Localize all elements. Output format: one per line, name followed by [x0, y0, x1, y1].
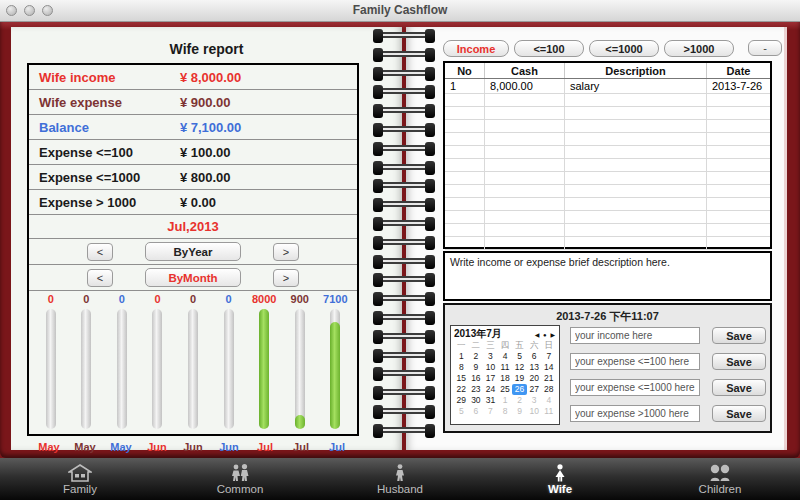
- calendar-day[interactable]: 13: [527, 362, 542, 373]
- spiral-staple: [374, 314, 434, 320]
- toolbar-item-husband[interactable]: Husband: [320, 458, 480, 500]
- chart-value-label: 0: [190, 293, 196, 308]
- income-input[interactable]: [570, 327, 700, 344]
- calendar-day[interactable]: 3: [483, 351, 498, 362]
- left-page: Wife report Wife income¥ 8,000.00Wife ex…: [11, 27, 402, 450]
- toolbar-item-wife[interactable]: Wife: [480, 458, 640, 500]
- calendar-day[interactable]: 10: [527, 406, 542, 417]
- calendar-day[interactable]: 28: [541, 384, 556, 395]
- man-icon: [392, 464, 408, 482]
- calendar-day[interactable]: 3: [527, 395, 542, 406]
- expense-1000-input[interactable]: [570, 379, 700, 396]
- toolbar-item-children[interactable]: Children: [640, 458, 800, 500]
- year-next-button[interactable]: >: [273, 243, 299, 261]
- report-row-label: Expense <=1000: [29, 170, 180, 185]
- description-box[interactable]: Write income or expense brief descriptio…: [443, 251, 772, 301]
- toolbar-item-family[interactable]: Family: [0, 458, 160, 500]
- year-prev-button[interactable]: <: [87, 243, 113, 261]
- calendar[interactable]: 2013年7月 ◀ ● ▶ 一二三四五六日1234567891011121314…: [450, 325, 560, 425]
- calendar-weekday: 日: [541, 340, 556, 351]
- table-row-empty[interactable]: [445, 211, 770, 224]
- calendar-day[interactable]: 7: [541, 351, 556, 362]
- filter-button-Income[interactable]: Income: [443, 40, 509, 57]
- table-row-empty[interactable]: [445, 159, 770, 172]
- calendar-day[interactable]: 5: [454, 406, 469, 417]
- calendar-day[interactable]: 2: [469, 351, 484, 362]
- calendar-day[interactable]: 4: [541, 395, 556, 406]
- calendar-day[interactable]: 8: [498, 406, 513, 417]
- spiral-staple: [374, 51, 434, 57]
- calendar-day[interactable]: 9: [512, 406, 527, 417]
- table-row-empty[interactable]: [445, 107, 770, 120]
- table-row-empty[interactable]: [445, 224, 770, 237]
- calendar-day[interactable]: 14: [541, 362, 556, 373]
- calendar-day[interactable]: 12: [512, 362, 527, 373]
- filter-button-1000[interactable]: <=1000: [589, 40, 659, 57]
- calendar-day[interactable]: 15: [454, 373, 469, 384]
- calendar-day[interactable]: 6: [527, 351, 542, 362]
- minus-button[interactable]: -: [748, 40, 782, 56]
- calendar-day[interactable]: 23: [469, 384, 484, 395]
- calendar-day[interactable]: 24: [483, 384, 498, 395]
- calendar-day[interactable]: 30: [469, 395, 484, 406]
- table-row-empty[interactable]: [445, 146, 770, 159]
- chart-bar-column: 0: [211, 293, 247, 430]
- calendar-day[interactable]: 29: [454, 395, 469, 406]
- toolbar-item-common[interactable]: Common: [160, 458, 320, 500]
- calendar-day[interactable]: 1: [498, 395, 513, 406]
- month-next-button[interactable]: >: [273, 269, 299, 287]
- calendar-day[interactable]: 25: [498, 384, 513, 395]
- by-year-button[interactable]: ByYear: [145, 242, 241, 261]
- calendar-day[interactable]: 17: [483, 373, 498, 384]
- spiral-staple: [374, 201, 434, 207]
- calendar-day[interactable]: 22: [454, 384, 469, 395]
- calendar-day[interactable]: 31: [483, 395, 498, 406]
- calendar-nav[interactable]: ◀ ● ▶: [535, 331, 556, 338]
- month-prev-button[interactable]: <: [87, 269, 113, 287]
- calendar-day[interactable]: 6: [469, 406, 484, 417]
- calendar-day[interactable]: 8: [454, 362, 469, 373]
- save-button[interactable]: Save: [712, 405, 766, 422]
- calendar-day[interactable]: 2: [512, 395, 527, 406]
- right-page: Income<=100<=1000>1000 - NoCashDescripti…: [406, 27, 787, 450]
- calendar-day[interactable]: 16: [469, 373, 484, 384]
- calendar-day[interactable]: 1: [454, 351, 469, 362]
- calendar-day[interactable]: 7: [483, 406, 498, 417]
- calendar-day[interactable]: 11: [498, 362, 513, 373]
- table-row-empty[interactable]: [445, 120, 770, 133]
- toolbar-item-label: Common: [217, 483, 264, 495]
- chart-month-label: Jul: [247, 441, 283, 453]
- spiral-staple: [374, 370, 434, 376]
- table-row-empty[interactable]: [445, 237, 770, 250]
- calendar-day[interactable]: 21: [541, 373, 556, 384]
- calendar-day[interactable]: 11: [541, 406, 556, 417]
- calendar-day[interactable]: 20: [527, 373, 542, 384]
- table-row[interactable]: 18,000.00salary2013-7-26: [445, 79, 770, 94]
- save-button[interactable]: Save: [712, 379, 766, 396]
- calendar-day[interactable]: 5: [512, 351, 527, 362]
- expense-gt1000-input[interactable]: [570, 405, 700, 422]
- window-title: Family Cashflow: [0, 3, 800, 17]
- house-icon: [68, 464, 92, 482]
- table-row-empty[interactable]: [445, 198, 770, 211]
- spiral-staple: [374, 107, 434, 113]
- chart-value-label: 8000: [252, 293, 276, 308]
- filter-button-1000[interactable]: >1000: [664, 40, 734, 57]
- expense-100-input[interactable]: [570, 353, 700, 370]
- filter-button-100[interactable]: <=100: [514, 40, 584, 57]
- table-row-empty[interactable]: [445, 172, 770, 185]
- bottom-toolbar: FamilyCommonHusbandWifeChildren: [0, 458, 800, 500]
- calendar-day[interactable]: 26: [512, 384, 527, 395]
- calendar-day[interactable]: 27: [527, 384, 542, 395]
- calendar-day[interactable]: 9: [469, 362, 484, 373]
- table-row-empty[interactable]: [445, 94, 770, 107]
- calendar-day[interactable]: 4: [498, 351, 513, 362]
- save-button[interactable]: Save: [712, 353, 766, 370]
- calendar-day[interactable]: 19: [512, 373, 527, 384]
- calendar-day[interactable]: 10: [483, 362, 498, 373]
- calendar-day[interactable]: 18: [498, 373, 513, 384]
- table-row-empty[interactable]: [445, 133, 770, 146]
- by-month-button[interactable]: ByMonth: [145, 268, 241, 287]
- save-button[interactable]: Save: [712, 327, 766, 344]
- table-row-empty[interactable]: [445, 185, 770, 198]
